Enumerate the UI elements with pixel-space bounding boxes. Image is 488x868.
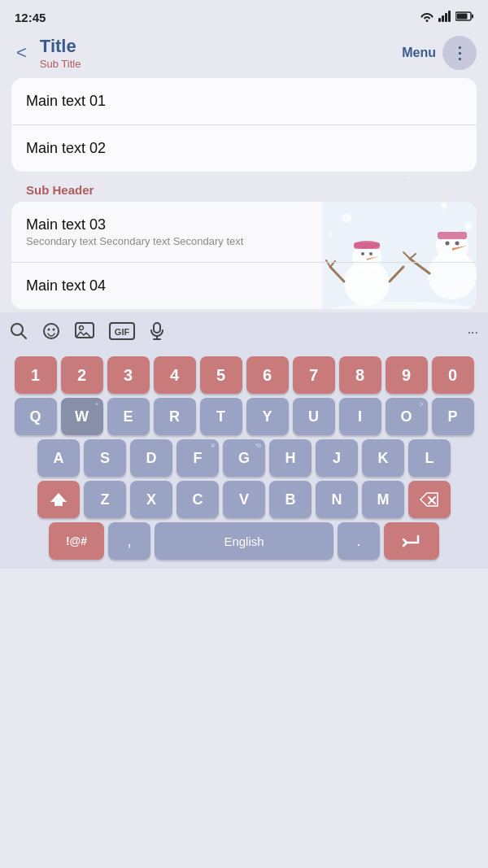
svg-text:GIF: GIF	[115, 326, 130, 336]
card-item-4-text: Main text 04	[26, 277, 462, 294]
card-item-3: Main text 03 Secondary text Secondary te…	[11, 202, 477, 263]
keyboard-mic-icon[interactable]	[150, 322, 164, 344]
app-bar-right: Menu ⋮	[402, 36, 477, 70]
key-g[interactable]: G%	[223, 439, 265, 477]
key-f[interactable]: F#	[176, 439, 219, 477]
comma-key[interactable]: ,	[108, 522, 150, 560]
asdf-row: A S D F# G% H J K L	[3, 439, 485, 477]
list-item-1-text: Main text 01	[26, 93, 462, 110]
svg-rect-6	[472, 14, 473, 18]
card-item-3-text: Main text 03	[26, 216, 462, 233]
list-item-1: Main text 01	[11, 78, 477, 125]
back-button[interactable]: <	[11, 39, 32, 67]
key-h[interactable]: H	[269, 439, 312, 477]
key-3[interactable]: 3	[107, 356, 150, 394]
card-with-bg: Main text 03 Secondary text Secondary te…	[11, 202, 477, 309]
list-item-2-text: Main text 02	[26, 140, 462, 157]
key-7[interactable]: 7	[293, 356, 335, 394]
key-5[interactable]: 5	[200, 356, 242, 394]
svg-point-39	[80, 325, 84, 329]
key-9[interactable]: 9	[386, 356, 428, 394]
backspace-key[interactable]	[408, 481, 451, 518]
qwerty-row: Q W+ E R T Y U I O> P	[3, 398, 485, 435]
list-item-2: Main text 02	[11, 125, 477, 172]
key-k[interactable]: K	[362, 439, 404, 477]
keyboard-more-icon[interactable]: ···	[468, 325, 478, 340]
svg-marker-45	[50, 493, 67, 506]
key-u[interactable]: U	[293, 398, 335, 435]
key-8[interactable]: 8	[339, 356, 381, 394]
key-z[interactable]: Z	[84, 481, 126, 518]
svg-point-36	[48, 328, 50, 330]
svg-rect-1	[442, 15, 444, 22]
key-c[interactable]: C	[176, 481, 219, 518]
key-0[interactable]: 0	[432, 356, 474, 394]
keyboard-sticker-icon[interactable]	[75, 322, 94, 344]
svg-point-37	[53, 328, 55, 330]
svg-line-34	[22, 334, 27, 338]
status-bar: 12:45	[0, 0, 488, 31]
key-q[interactable]: Q	[15, 398, 57, 435]
content-area: Main text 01 Main text 02 Sub Header	[0, 78, 488, 309]
key-a[interactable]: A	[37, 439, 80, 477]
key-w[interactable]: W+	[61, 398, 103, 435]
number-row: 1 2 3 4 5 6 7 8 9 0	[3, 356, 485, 394]
svg-rect-42	[154, 323, 160, 333]
key-p[interactable]: P	[432, 398, 474, 435]
signal-icon	[438, 11, 451, 24]
svg-rect-3	[448, 11, 451, 22]
card-item-3-secondary: Secondary text Secondary text Secondary …	[26, 235, 462, 247]
special-chars-key[interactable]: !@#	[49, 522, 104, 560]
keyboard: 1 2 3 4 5 6 7 8 9 0 Q W+ E R T Y U I O> …	[0, 353, 488, 569]
keyboard-emoji-icon[interactable]	[42, 322, 60, 344]
bottom-row: !@# , English .	[3, 522, 485, 560]
zxcv-row: Z X C V B N M	[3, 481, 485, 518]
key-e[interactable]: E	[107, 398, 150, 435]
more-options-button[interactable]: ⋮	[442, 36, 477, 70]
app-subtitle: Sub Title	[40, 58, 394, 70]
key-6[interactable]: 6	[246, 356, 289, 394]
battery-icon	[455, 11, 473, 24]
period-key[interactable]: .	[338, 522, 380, 560]
keyboard-search-icon[interactable]	[10, 322, 28, 344]
status-icons	[420, 11, 473, 24]
key-b[interactable]: B	[269, 481, 312, 518]
key-n[interactable]: N	[316, 481, 358, 518]
card-item-4: Main text 04	[11, 263, 477, 309]
keyboard-gif-icon[interactable]: GIF	[109, 322, 135, 344]
key-o[interactable]: O>	[386, 398, 428, 435]
shift-key[interactable]	[37, 481, 80, 518]
key-j[interactable]: J	[316, 439, 358, 477]
key-m[interactable]: M	[362, 481, 404, 518]
key-i[interactable]: I	[339, 398, 381, 435]
sub-header: Sub Header	[11, 175, 477, 202]
key-r[interactable]: R	[154, 398, 196, 435]
key-4[interactable]: 4	[154, 356, 196, 394]
key-x[interactable]: X	[130, 481, 172, 518]
key-2[interactable]: 2	[61, 356, 103, 394]
app-bar: < Title Sub Title Menu ⋮	[0, 31, 488, 78]
space-key[interactable]: English	[155, 522, 333, 560]
key-d[interactable]: D	[130, 439, 172, 477]
menu-label[interactable]: Menu	[402, 46, 436, 60]
main-list-card: Main text 01 Main text 02	[11, 78, 477, 172]
wifi-icon	[420, 11, 434, 24]
key-l[interactable]: L	[408, 439, 451, 477]
svg-rect-0	[438, 18, 441, 22]
key-v[interactable]: V	[223, 481, 265, 518]
key-y[interactable]: Y	[246, 398, 289, 435]
app-title: Title	[40, 36, 394, 57]
enter-key[interactable]	[384, 522, 439, 560]
svg-rect-2	[445, 13, 447, 22]
keyboard-toolbar: GIF ···	[0, 312, 488, 353]
title-block: Title Sub Title	[40, 36, 394, 70]
key-1[interactable]: 1	[15, 356, 57, 394]
key-s[interactable]: S	[84, 439, 126, 477]
key-t[interactable]: T	[200, 398, 242, 435]
svg-rect-5	[457, 13, 468, 19]
status-time: 12:45	[15, 11, 46, 24]
